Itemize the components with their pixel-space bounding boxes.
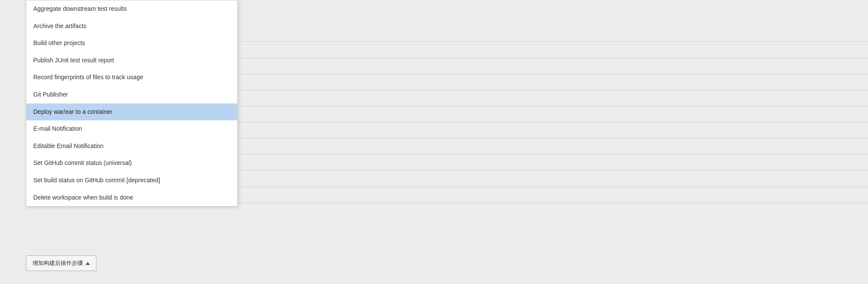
divider-line	[238, 170, 868, 171]
menu-item-delete-workspace[interactable]: Delete workspace when build is done	[26, 189, 237, 207]
divider-line	[238, 90, 868, 90]
divider-line	[238, 203, 868, 203]
menu-item-editable-email[interactable]: Editable Email Notification	[26, 138, 237, 155]
menu-item-build-other[interactable]: Build other projects	[26, 35, 237, 52]
divider-line	[238, 74, 868, 74]
divider-line	[238, 106, 868, 106]
menu-item-aggregate[interactable]: Aggregate downstream test results	[26, 0, 237, 18]
menu-item-record-fingerprints[interactable]: Record fingerprints of files to track us…	[26, 69, 237, 86]
menu-item-email-notification[interactable]: E-mail Notification	[26, 120, 237, 138]
add-step-button-area: 增加构建后操作步骤	[26, 255, 96, 271]
divider-line	[238, 138, 868, 138]
add-post-build-step-button[interactable]: 增加构建后操作步骤	[26, 255, 96, 271]
post-build-steps-dropdown: Aggregate downstream test resultsArchive…	[26, 0, 238, 207]
divider-line	[238, 58, 868, 58]
button-label: 增加构建后操作步骤	[32, 259, 83, 267]
divider-line	[238, 187, 868, 187]
menu-item-set-build-status[interactable]: Set build status on GitHub commit [depre…	[26, 172, 237, 189]
menu-item-publish-junit[interactable]: Publish JUnit test result report	[26, 52, 237, 69]
triangle-up-icon	[86, 262, 90, 265]
menu-item-git-publisher[interactable]: Git Publisher	[26, 86, 237, 103]
divider-line	[238, 154, 868, 155]
menu-item-set-github-commit[interactable]: Set GitHub commit status (universal)	[26, 155, 237, 172]
divider-line	[238, 122, 868, 123]
divider-line	[238, 41, 868, 42]
menu-item-archive[interactable]: Archive the artifacts	[26, 18, 237, 35]
content-area	[238, 0, 868, 284]
menu-item-deploy-war[interactable]: Deploy war/ear to a container	[26, 103, 237, 121]
